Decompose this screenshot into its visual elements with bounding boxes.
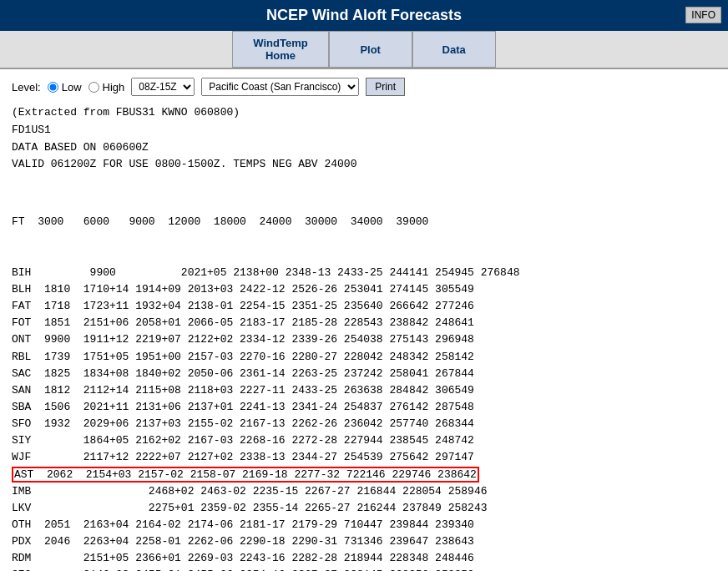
nav-plot[interactable]: Plot (329, 31, 412, 68)
print-button[interactable]: Print (366, 78, 405, 96)
level-label: Level: (12, 81, 41, 93)
nav-windtemp-home[interactable]: WindTempHome (232, 31, 328, 68)
low-radio[interactable] (48, 82, 58, 93)
table-row: PDX 2046 2263+04 2258-01 2262-06 2290-18… (12, 533, 716, 550)
controls-bar: Level: Low High 08Z-15Z 15Z-24Z 24Z-33Z … (0, 69, 728, 101)
table-row: FOT 1851 2151+06 2058+01 2066-05 2183-17… (12, 315, 716, 331)
table-row: BLH 1810 1710+14 1914+09 2013+03 2422-12… (12, 281, 716, 298)
meta-line2: FD1US1 (12, 122, 716, 139)
table-row: SFO 1932 2029+06 2137+03 2155-02 2167-13… (12, 416, 716, 432)
page-header: NCEP Wind Aloft Forecasts INFO (0, 0, 728, 31)
table-row: SAN 1812 2112+14 2115+08 2118+03 2227-11… (12, 382, 716, 399)
meta-line4: VALID 061200Z FOR USE 0800-1500Z. TEMPS … (12, 156, 716, 174)
table-row: GEG 2146+03 2455-01 2455-06 2354-16 2367… (12, 567, 716, 571)
table-row: SIY 1864+05 2162+02 2167-03 2268-16 2272… (12, 432, 716, 449)
table-row: WJF 2117+12 2222+07 2127+02 2338-13 2344… (12, 449, 716, 466)
time-select[interactable]: 08Z-15Z 15Z-24Z 24Z-33Z (131, 78, 195, 96)
table-row: SAC 1825 1834+08 1840+02 2050-06 2361-14… (12, 366, 716, 382)
page-title: NCEP Wind Aloft Forecasts (266, 7, 462, 23)
high-radio-label[interactable]: High (88, 81, 125, 93)
nav-data[interactable]: Data (412, 31, 496, 68)
high-label: High (103, 81, 125, 93)
table-row: LKV 2275+01 2359-02 2355-14 2265-27 2162… (12, 500, 716, 517)
table-row: FAT 1718 1723+11 1932+04 2138-01 2254-15… (12, 298, 716, 315)
info-button[interactable]: INFO (685, 7, 721, 23)
table-row: BIH 9900 2021+05 2138+00 2348-13 2433-25… (12, 265, 716, 281)
meta-info: (Extracted from FBUS31 KWNO 060800) FD1U… (12, 104, 716, 174)
meta-line1: (Extracted from FBUS31 KWNO 060800) (12, 104, 716, 122)
region-select[interactable]: Pacific Coast (San Francisco) Other Regi… (201, 78, 359, 96)
table-row: RDM 2151+05 2366+01 2269-03 2243-16 2282… (12, 550, 716, 567)
data-table: FT 3000 6000 9000 12000 18000 24000 3000… (12, 180, 716, 571)
meta-line3: DATA BASED ON 060600Z (12, 139, 716, 157)
navigation-bar: WindTempHome Plot Data (0, 31, 728, 69)
low-radio-label[interactable]: Low (48, 81, 82, 93)
main-content: (Extracted from FBUS31 KWNO 060800) FD1U… (0, 101, 728, 571)
table-row: ONT 9900 1911+12 2219+07 2122+02 2334-12… (12, 331, 716, 348)
table-row: IMB 2468+02 2463-02 2235-15 2267-27 2168… (12, 483, 716, 500)
low-label: Low (62, 81, 82, 93)
table-row: SBA 1506 2021+11 2131+06 2137+01 2241-13… (12, 399, 716, 416)
high-radio[interactable] (88, 82, 99, 93)
table-row: RBL 1739 1751+05 1951+00 2157-03 2270-16… (12, 349, 716, 366)
table-row: AST 2062 2154+03 2157-02 2158-07 2169-18… (12, 467, 716, 483)
table-header: FT 3000 6000 9000 12000 18000 24000 3000… (12, 214, 716, 230)
table-row: OTH 2051 2163+04 2164-02 2174-06 2181-17… (12, 517, 716, 533)
